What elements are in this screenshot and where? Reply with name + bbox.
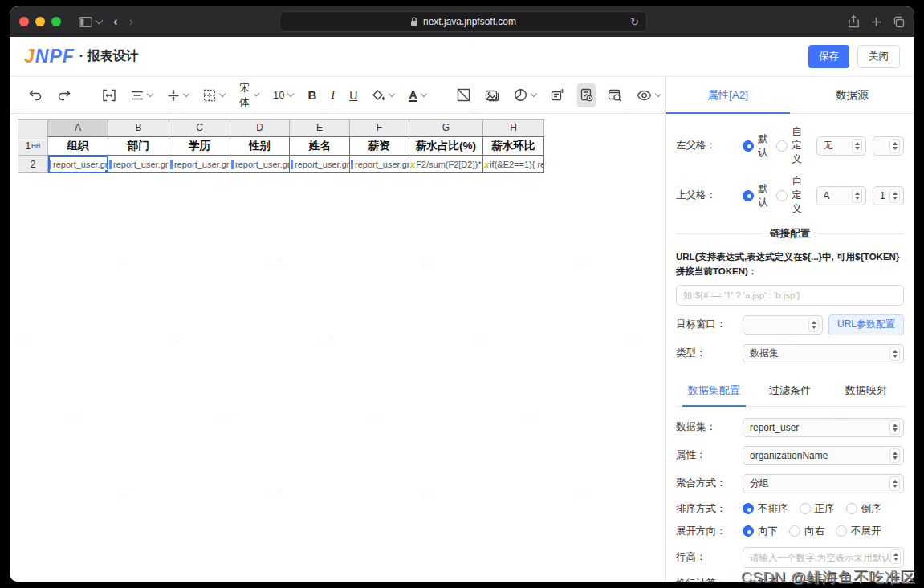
grid-cell-E1[interactable]: 姓名	[290, 136, 350, 156]
grid-cell-A2[interactable]: report_user.grou	[48, 156, 108, 173]
stepper-icon[interactable]	[890, 549, 901, 564]
grid-cell-H2[interactable]: xif(&E2==1){ retu	[483, 156, 544, 173]
column-header-E[interactable]: E	[290, 119, 350, 136]
reload-icon[interactable]: ↻	[630, 16, 639, 28]
report-settings-button[interactable]	[577, 83, 596, 107]
grid-cell-G1[interactable]: 薪水占比(%)	[409, 136, 483, 156]
insert-chart-button[interactable]	[511, 83, 539, 107]
radio-expand-down[interactable]: 向下	[743, 525, 778, 538]
visibility-button[interactable]	[634, 83, 663, 107]
tab-overview-icon[interactable]	[893, 16, 905, 28]
chevron-down-icon[interactable]	[96, 17, 104, 25]
column-header-F[interactable]: F	[350, 119, 409, 136]
grid-cell-D2[interactable]: report_user.grou	[230, 156, 290, 173]
radio-wrap-off[interactable]: 关闭	[789, 577, 824, 582]
left-parent-row-select[interactable]	[873, 136, 904, 156]
target-window-select[interactable]	[743, 315, 823, 335]
tab-datasource[interactable]: 数据源	[790, 77, 914, 113]
url-input[interactable]	[676, 285, 904, 306]
report-canvas[interactable]: ABCDEFGH 1HR组织部门学历性别姓名薪资薪水占比(%)薪水环比 2rep…	[10, 114, 665, 582]
stepper-icon	[852, 189, 862, 203]
left-parent-column-select[interactable]: 无	[816, 136, 866, 156]
column-header-A[interactable]: A	[48, 119, 108, 136]
grid-cell-F2[interactable]: report_user.grou	[350, 156, 409, 173]
column-header-G[interactable]: G	[409, 119, 483, 136]
aggregate-select[interactable]: 分组	[743, 474, 904, 493]
italic-button[interactable]: I	[328, 83, 337, 107]
grid-cell-B2[interactable]: report_user.grou	[108, 156, 169, 173]
cell-text: report_user.gro	[295, 160, 350, 169]
radio-ascending[interactable]: 正序	[800, 502, 835, 516]
chevron-down-icon	[420, 91, 426, 97]
grid-cell-C1[interactable]: 学历	[169, 136, 230, 156]
column-header-C[interactable]: C	[169, 119, 230, 136]
save-button[interactable]: 保存	[808, 45, 849, 68]
grid-corner[interactable]	[18, 119, 48, 136]
sidebar-icon[interactable]	[79, 17, 92, 27]
row-height-input[interactable]	[743, 547, 904, 568]
redo-button[interactable]	[55, 83, 74, 107]
chevron-down-icon	[183, 91, 189, 97]
close-button[interactable]: 关闭	[857, 45, 900, 68]
attribute-select[interactable]: organizationName	[743, 446, 904, 465]
radio-no-sort[interactable]: 不排序	[743, 502, 788, 516]
column-header-H[interactable]: H	[483, 119, 544, 136]
address-bar[interactable]: next.java.jnpfsoft.com ↻	[279, 11, 647, 32]
grid-cell-G2[interactable]: xF2/sum(F2[D2])*100	[409, 156, 483, 173]
row-header-1[interactable]: 1HR	[18, 136, 48, 156]
radio-descending[interactable]: 倒序	[846, 502, 881, 516]
radio-up-default[interactable]: 默认	[743, 182, 768, 209]
font-color-button[interactable]: A	[406, 83, 428, 107]
chevron-down-icon	[389, 91, 395, 97]
zoom-window-button[interactable]	[51, 17, 61, 26]
forward-button[interactable]: ›	[129, 14, 134, 30]
grid-cell-F1[interactable]: 薪资	[350, 136, 409, 156]
radio-wrap-on[interactable]: 打开	[743, 577, 778, 582]
horizontal-align-button[interactable]	[128, 83, 155, 107]
underline-button[interactable]: U	[347, 83, 360, 107]
up-parent-row-select[interactable]: 1	[873, 186, 904, 205]
preview-search-button[interactable]	[605, 83, 625, 107]
row-header-2[interactable]: 2	[18, 156, 48, 173]
up-parent-column-select[interactable]: A	[816, 186, 866, 205]
radio-expand-right[interactable]: 向右	[789, 525, 824, 538]
grid-cell-A1[interactable]: 组织	[48, 136, 108, 156]
type-select[interactable]: 数据集	[743, 344, 904, 363]
merge-cells-button[interactable]	[100, 83, 119, 107]
borders-button[interactable]	[201, 83, 227, 107]
insert-image-button[interactable]	[482, 83, 502, 107]
radio-left-default[interactable]: 默认	[743, 132, 768, 160]
radio-up-custom[interactable]: 自定义	[776, 175, 809, 216]
properties-panel: 属性[A2] 数据源 左父格： 默认 自定义 无	[665, 77, 914, 582]
new-tab-icon[interactable]	[871, 17, 881, 27]
url-param-config-button[interactable]: URL参数配置	[828, 314, 904, 335]
back-button[interactable]: ‹	[113, 14, 118, 30]
vertical-align-button[interactable]	[165, 83, 191, 107]
radio-left-custom[interactable]: 自定义	[776, 125, 809, 166]
column-header-D[interactable]: D	[230, 119, 290, 136]
grid-cell-H1[interactable]: 薪水环比	[483, 136, 544, 156]
grid-cell-E2[interactable]: report_user.gro	[290, 156, 350, 173]
share-icon[interactable]	[848, 15, 860, 28]
grid-cell-D1[interactable]: 性别	[230, 136, 290, 156]
insert-cell-button[interactable]	[548, 83, 568, 107]
grid-cell-C2[interactable]: report_user.grou	[169, 156, 230, 173]
bold-button[interactable]: B	[305, 83, 319, 107]
diagonal-line-button[interactable]	[454, 83, 473, 107]
minimize-window-button[interactable]	[35, 17, 45, 26]
close-window-button[interactable]	[19, 17, 29, 26]
column-header-B[interactable]: B	[108, 119, 169, 136]
tab-filter-condition[interactable]: 过滤条件	[752, 376, 828, 406]
dataset-select[interactable]: report_user	[743, 418, 904, 437]
fill-color-button[interactable]	[369, 83, 397, 107]
tab-data-mapping[interactable]: 数据映射	[828, 376, 904, 406]
font-family-select[interactable]: 宋体	[237, 83, 261, 107]
browser-window: ‹ › next.java.jnpfsoft.com ↻ JNPF · 报表设计…	[10, 6, 914, 582]
grid-cell-B1[interactable]: 部门	[108, 136, 169, 156]
tab-dataset-config[interactable]: 数据集配置	[676, 376, 752, 406]
undo-button[interactable]	[26, 83, 45, 107]
font-size-select[interactable]: 10	[271, 83, 295, 107]
aggregate-row: 聚合方式： 分组	[676, 474, 904, 493]
tab-attribute[interactable]: 属性[A2]	[666, 77, 790, 113]
radio-no-expand[interactable]: 不展开	[836, 525, 881, 538]
